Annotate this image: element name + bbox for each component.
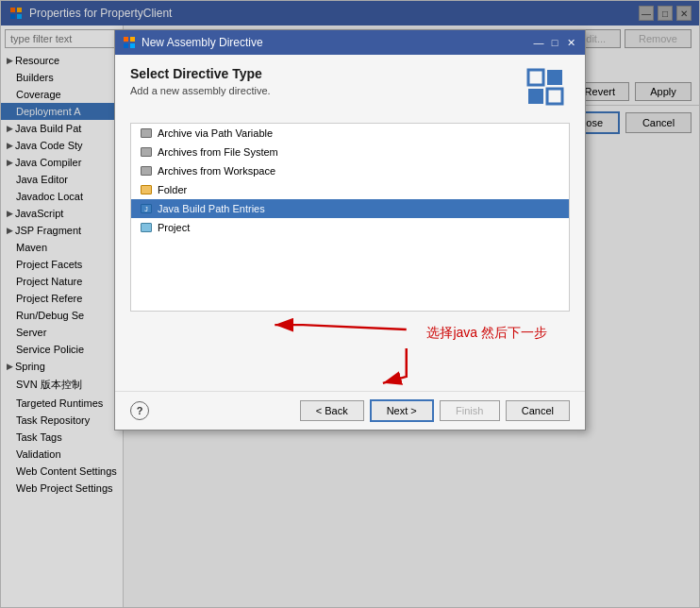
modal-title-icon — [123, 36, 136, 49]
back-button[interactable]: < Back — [300, 400, 364, 421]
modal-controls: — □ ✕ — [532, 36, 577, 49]
modal-directive-list: Archive via Path Variable Archives from … — [130, 123, 570, 312]
modal-header-icon — [525, 66, 570, 111]
modal-footer: ? < Back Next > Finish Cancel — [115, 391, 585, 430]
archive-fs-icon — [141, 147, 152, 157]
directive-label: Java Build Path Entries — [158, 203, 265, 214]
modal-title-bar: New Assembly Directive — □ ✕ — [115, 30, 585, 55]
modal-header: Select Directive Type Add a new assembly… — [115, 55, 585, 119]
svg-rect-11 — [547, 89, 562, 104]
java-icon: J — [141, 204, 152, 213]
modal-heading: Select Directive Type — [130, 66, 271, 81]
directive-java-build[interactable]: J Java Build Path Entries — [131, 199, 569, 218]
modal-help-icon[interactable]: ? — [130, 401, 149, 420]
modal-subheading: Add a new assembly directive. — [130, 85, 271, 96]
main-window: Properties for PropertyClient — □ ✕ ▶ Re… — [0, 0, 700, 608]
archive-path-icon — [141, 128, 152, 138]
directive-project[interactable]: Project — [131, 218, 569, 237]
svg-rect-7 — [130, 43, 135, 48]
modal-close-button[interactable]: ✕ — [564, 36, 577, 49]
directive-label: Project — [158, 222, 190, 233]
directive-label: Archives from File System — [158, 146, 278, 158]
archive-ws-icon — [141, 166, 152, 176]
modal-dialog: New Assembly Directive — □ ✕ Select Dire… — [114, 29, 586, 431]
svg-rect-8 — [528, 70, 543, 85]
next-button[interactable]: Next > — [370, 399, 434, 422]
directive-label: Archives from Workspace — [158, 165, 275, 177]
svg-rect-5 — [130, 37, 135, 42]
directive-folder[interactable]: Folder — [131, 180, 569, 199]
folder-icon — [141, 185, 152, 194]
directive-archive-path[interactable]: Archive via Path Variable — [131, 124, 569, 143]
annotation-area: 选择java 然后下一步 — [115, 315, 585, 391]
directive-label: Archive via Path Variable — [158, 127, 273, 139]
modal-overlay: New Assembly Directive — □ ✕ Select Dire… — [1, 1, 699, 607]
modal-maximize-button[interactable]: □ — [548, 36, 561, 49]
svg-rect-4 — [124, 37, 128, 42]
finish-button[interactable]: Finish — [440, 400, 500, 421]
svg-rect-6 — [124, 43, 128, 48]
modal-header-text: Select Directive Type Add a new assembly… — [130, 66, 271, 96]
annotation-text: 选择java 然后下一步 — [426, 325, 547, 342]
directive-label: Folder — [158, 184, 187, 195]
modal-minimize-button[interactable]: — — [532, 36, 545, 49]
project-icon — [141, 223, 152, 232]
directive-archive-ws[interactable]: Archives from Workspace — [131, 161, 569, 180]
svg-rect-10 — [528, 89, 543, 104]
svg-rect-9 — [547, 70, 562, 85]
modal-cancel-button[interactable]: Cancel — [506, 400, 570, 421]
modal-title: New Assembly Directive — [142, 36, 532, 49]
directive-archive-fs[interactable]: Archives from File System — [131, 143, 569, 161]
